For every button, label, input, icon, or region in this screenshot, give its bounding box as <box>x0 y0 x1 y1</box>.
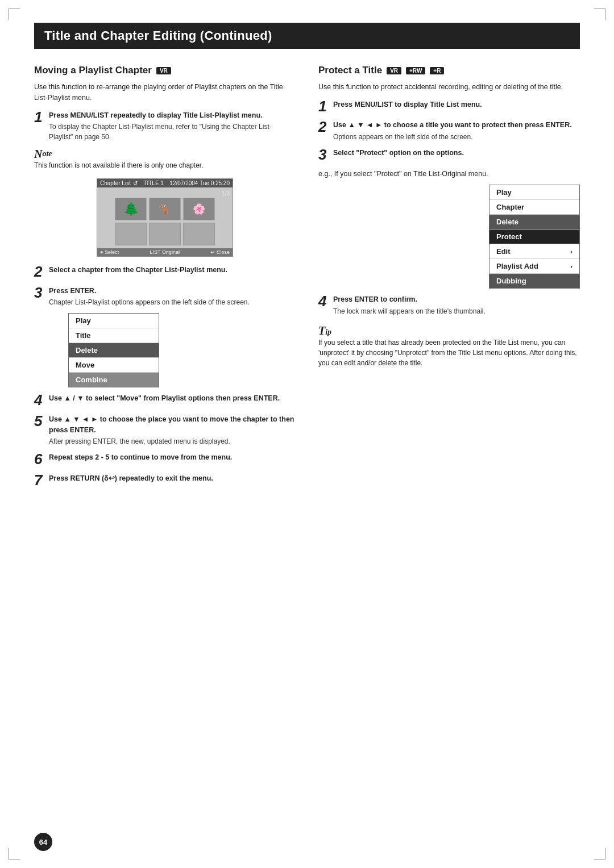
right-menu-playlist-label: Playlist Add <box>496 262 538 270</box>
step-2-bold: Select a chapter from the Chapter List-P… <box>49 266 227 274</box>
right-step-2-bold: Use ▲ ▼ ◄ ► to choose a title you want t… <box>333 121 572 129</box>
right-step-4-bold: Press ENTER to confirm. <box>333 295 417 303</box>
ss-original-label: LIST Original <box>150 249 180 255</box>
page-title-bar: Title and Chapter Editing (Continued) <box>34 23 580 49</box>
right-step-2-sub: Options appears on the left side of the … <box>333 132 580 142</box>
ss-select-label: ● Select <box>100 249 119 255</box>
step-2-num: 2 <box>34 264 47 280</box>
step-1: 1 Press MENU/LIST repeatedly to display … <box>34 110 296 143</box>
step-3-bold: Press ENTER. <box>49 287 96 295</box>
right-menu-edit: Edit › <box>489 244 579 259</box>
right-menu-box: Play Chapter Delete Protect Edit › Playl… <box>489 185 580 289</box>
right-step-3-num: 3 <box>318 147 331 163</box>
tip-label: ip <box>325 328 331 336</box>
step-4-bold: Use ▲ / ▼ to select "Move" from Playlist… <box>49 394 280 402</box>
right-rw-badge: +RW <box>406 67 425 74</box>
step-4: 4 Use ▲ / ▼ to select "Move" from Playli… <box>34 393 296 408</box>
two-column-layout: Moving a Playlist Chapter VR Use this fu… <box>34 65 580 494</box>
step-6-num: 6 <box>34 451 47 468</box>
left-section-title: Moving a Playlist Chapter <box>34 65 152 76</box>
step-5-sub: After pressing ENTER, the new, updated m… <box>49 436 296 446</box>
right-step-1-content: Press MENU/LIST to display Title List me… <box>333 99 580 110</box>
menu-move-label: Move <box>76 361 94 369</box>
ss-topbar: Chapter List ↺ TITLE 1 12/07/2004 Tue 0:… <box>97 179 233 187</box>
vr-badge: VR <box>156 67 171 74</box>
ss-empty-row <box>115 223 215 245</box>
step-6-content: Repeat steps 2 - 5 to continue to move f… <box>49 452 296 463</box>
step-6: 6 Repeat steps 2 - 5 to continue to move… <box>34 452 296 468</box>
step-2: 2 Select a chapter from the Chapter List… <box>34 265 296 280</box>
step-6-bold: Repeat steps 2 - 5 to continue to move f… <box>49 453 232 461</box>
ss-close-label: ↩ Close <box>210 249 230 255</box>
left-menu-box: Play Title Delete Move Combine <box>68 313 159 387</box>
left-intro-text: Use this function to re-arrange the play… <box>34 82 296 103</box>
tip-text: If you select a title that has already b… <box>318 337 580 368</box>
right-intro-text: Use this function to protect accidental … <box>318 82 580 93</box>
step-2-content: Select a chapter from the Chapter List-P… <box>49 265 296 276</box>
ss-date: 12/07/2004 Tue 0:25:20 <box>169 180 230 186</box>
ss-thumb-1: 🌲 <box>115 198 147 220</box>
right-step-4-content: Press ENTER to confirm. The lock mark wi… <box>333 294 580 316</box>
step-7: 7 Press RETURN (δ↩) repeatedly to exit t… <box>34 473 296 489</box>
right-menu-protect: Protect <box>489 229 579 244</box>
step-3-num: 3 <box>34 285 47 301</box>
right-step-2-content: Use ▲ ▼ ◄ ► to choose a title you want t… <box>333 120 580 142</box>
right-menu-chapter-label: Chapter <box>496 203 524 211</box>
step-1-sub: To display the Chapter List-Playlist men… <box>49 122 296 142</box>
step-1-bold: Press MENU/LIST repeatedly to display Ti… <box>49 111 263 119</box>
right-vr-badge: VR <box>387 67 401 74</box>
right-menu-playlist-add: Playlist Add › <box>489 259 579 274</box>
ss-thumb-2: 🦌 <box>149 198 181 220</box>
menu-item-move: Move <box>69 358 159 373</box>
step-4-content: Use ▲ / ▼ to select "Move" from Playlist… <box>49 393 296 404</box>
ss-bottombar: ● Select LIST Original ↩ Close <box>97 248 233 256</box>
screenshot-box: Chapter List ↺ TITLE 1 12/07/2004 Tue 0:… <box>97 178 233 257</box>
menu-combine-label: Combine <box>76 375 107 384</box>
step-1-content: Press MENU/LIST repeatedly to display Ti… <box>49 110 296 143</box>
ss-chapter-list-label: Chapter List <box>100 180 131 186</box>
page-title: Title and Chapter Editing (Continued) <box>44 28 272 43</box>
right-menu-play: Play <box>489 185 579 200</box>
right-menu-playlist-arrow: › <box>570 263 572 270</box>
tip-box: Tip If you select a title that has alrea… <box>318 324 580 368</box>
tip-title: Tip <box>318 324 580 337</box>
right-menu-delete-label: Delete <box>496 218 518 226</box>
page-number: 64 <box>34 833 52 851</box>
right-menu-dubbing: Dubbing <box>489 274 579 288</box>
right-step-2: 2 Use ▲ ▼ ◄ ► to choose a title you want… <box>318 120 580 142</box>
right-menu-edit-label: Edit <box>496 247 511 256</box>
step-5-bold: Use ▲ ▼ ◄ ► to choose the place you want… <box>49 415 294 434</box>
ss-thumb-3: 🌸 <box>183 198 215 220</box>
right-step-2-num: 2 <box>318 119 331 135</box>
right-section-header: Protect a Title VR +RW +R <box>318 65 580 76</box>
right-step-1-bold: Press MENU/LIST to display Title List me… <box>333 101 482 108</box>
menu-play-label: Play <box>76 316 91 325</box>
step-7-bold: Press RETURN (δ↩) repeatedly to exit the… <box>49 474 213 482</box>
step-1-num: 1 <box>34 109 47 126</box>
menu-delete-label: Delete <box>76 346 98 354</box>
step-5-num: 5 <box>34 413 47 429</box>
page-container: Title and Chapter Editing (Continued) Mo… <box>0 0 614 868</box>
menu-item-play: Play <box>69 314 159 328</box>
right-menu-delete: Delete <box>489 215 579 229</box>
note-title: Note <box>34 148 296 161</box>
right-menu-chapter: Chapter <box>489 200 579 215</box>
step-7-content: Press RETURN (δ↩) repeatedly to exit the… <box>49 473 296 484</box>
note-box: Note This function is not available if t… <box>34 148 296 170</box>
ss-empty-3 <box>183 223 215 245</box>
step-3: 3 Press ENTER. Chapter List-Playlist opt… <box>34 286 296 308</box>
step-5: 5 Use ▲ ▼ ◄ ► to choose the place you wa… <box>34 414 296 447</box>
menu-item-delete: Delete <box>69 343 159 358</box>
right-step-4: 4 Press ENTER to confirm. The lock mark … <box>318 294 580 316</box>
right-r-badge: +R <box>430 67 444 74</box>
step-3-content: Press ENTER. Chapter List-Playlist optio… <box>49 286 296 308</box>
right-menu-edit-arrow: › <box>570 248 572 255</box>
right-step-4-sub: The lock mark will appears on the title'… <box>333 306 580 316</box>
ss-thumbnails: 🌲 🦌 🌸 <box>115 198 215 220</box>
right-menu-dubbing-label: Dubbing <box>496 277 526 285</box>
right-step-3-bold: Select "Protect" option on the options. <box>333 149 464 157</box>
ss-body: 1/3 🌲 🦌 🌸 <box>97 187 233 248</box>
ss-replay-icon: ↺ <box>133 180 138 186</box>
ss-empty-2 <box>149 223 181 245</box>
right-menu-play-label: Play <box>496 188 512 197</box>
